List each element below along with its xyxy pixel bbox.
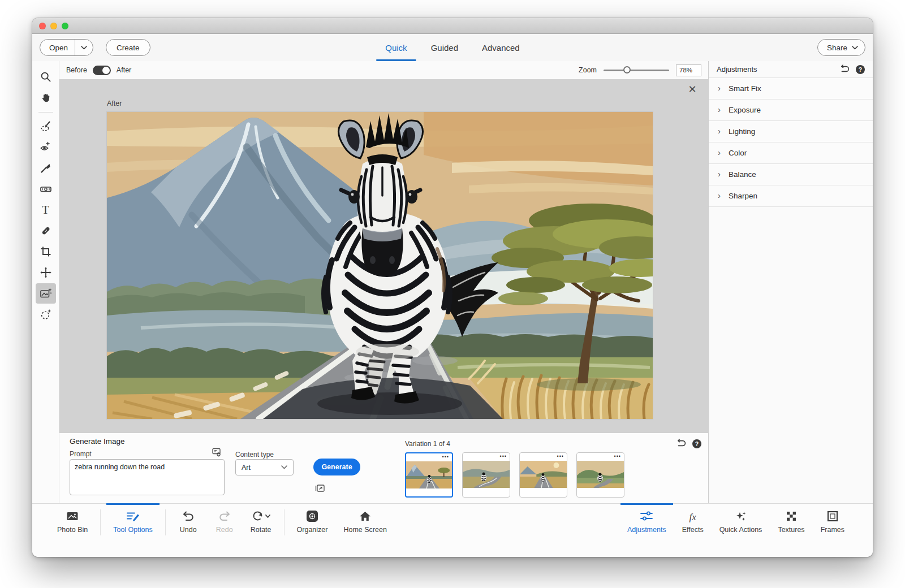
- minimize-window-button[interactable]: [50, 23, 57, 29]
- chevron-right-icon: ›: [718, 170, 721, 178]
- content-type-value: Art: [242, 464, 251, 472]
- chevron-right-icon: ›: [718, 148, 721, 157]
- taskbar-redo[interactable]: Redo: [206, 509, 243, 534]
- create-button-label: Create: [117, 44, 140, 52]
- photo-bin-icon: [66, 509, 79, 522]
- generated-image: [107, 112, 653, 419]
- taskbar-undo[interactable]: Undo: [170, 509, 206, 534]
- before-label: Before: [66, 66, 87, 74]
- taskbar-adjustments[interactable]: Adjustments: [619, 509, 674, 534]
- quick-selection-tool[interactable]: [36, 116, 56, 136]
- generate-image-tool[interactable]: [36, 283, 56, 304]
- undo-icon: [182, 509, 195, 522]
- zoom-tool[interactable]: [36, 67, 56, 87]
- canvas-area: After ✕: [59, 79, 708, 433]
- zoom-window-button[interactable]: [62, 23, 68, 29]
- adjustments-panel-title: Adjustments: [717, 65, 757, 74]
- taskbar-textures[interactable]: Textures: [770, 509, 812, 534]
- view-bar: Before After Zoom 78%: [59, 61, 708, 79]
- spot-healing-tool[interactable]: [36, 220, 56, 241]
- straighten-tool[interactable]: [36, 179, 56, 199]
- type-tool[interactable]: T: [36, 200, 56, 220]
- zoom-slider[interactable]: [604, 66, 669, 75]
- generate-button[interactable]: Generate: [313, 459, 360, 475]
- chevron-down-icon: [81, 46, 87, 50]
- variation-label: Variation 1 of 4: [405, 440, 450, 448]
- content-type-select[interactable]: Art: [235, 459, 294, 475]
- chevron-right-icon: ›: [718, 84, 721, 92]
- more-options-icon[interactable]: •••: [442, 454, 449, 460]
- taskbar-quick-actions[interactable]: Quick Actions: [712, 509, 770, 534]
- magic-selection-tool[interactable]: [36, 304, 56, 325]
- variation-thumb-2[interactable]: •••: [462, 452, 510, 498]
- submit-feedback-icon[interactable]: [315, 484, 325, 495]
- prompt-suggestions-icon[interactable]: [212, 448, 222, 460]
- adjustments-panel: Adjustments ? › Smart Fix › Exposure › L…: [708, 61, 873, 503]
- home-icon: [359, 509, 371, 522]
- taskbar-organizer[interactable]: Organizer: [289, 509, 336, 534]
- create-button[interactable]: Create: [106, 39, 150, 56]
- variation-thumb-1[interactable]: •••: [405, 452, 453, 498]
- whiten-teeth-tool[interactable]: [36, 158, 56, 178]
- adjustments-icon: [640, 509, 653, 522]
- title-bar: [32, 18, 873, 34]
- chevron-right-icon: ›: [718, 127, 721, 135]
- frames-icon: [827, 509, 838, 522]
- share-button[interactable]: Share: [817, 39, 865, 56]
- adjustment-balance[interactable]: › Balance: [709, 164, 873, 185]
- tab-guided[interactable]: Guided: [430, 34, 459, 61]
- chevron-down-icon: [281, 465, 287, 469]
- prompt-input[interactable]: zebra running down the road: [70, 459, 225, 495]
- after-label: After: [117, 66, 131, 74]
- tool-options-icon: [126, 509, 140, 522]
- adjustment-lighting[interactable]: › Lighting: [709, 121, 873, 142]
- open-dropdown-arrow[interactable]: [75, 40, 93, 55]
- tab-quick[interactable]: Quick: [384, 34, 408, 61]
- tool-palette: T: [32, 61, 59, 503]
- mode-tabs: Quick Guided Advanced: [384, 34, 520, 61]
- taskbar: Photo Bin Tool Options Undo Redo Rotate: [32, 503, 873, 557]
- variation-thumb-3[interactable]: •••: [519, 452, 567, 498]
- taskbar-effects[interactable]: fx Effects: [674, 509, 712, 534]
- red-eye-removal-tool[interactable]: [36, 137, 56, 157]
- taskbar-frames[interactable]: Frames: [813, 509, 852, 534]
- sparkles-icon: [735, 509, 747, 522]
- zoom-slider-handle[interactable]: [623, 66, 631, 74]
- help-icon[interactable]: ?: [692, 439, 701, 448]
- hand-tool[interactable]: [36, 88, 56, 108]
- adjustment-smart-fix[interactable]: › Smart Fix: [709, 78, 873, 100]
- chevron-right-icon: ›: [718, 105, 721, 114]
- zoom-percent-field[interactable]: 78%: [676, 64, 701, 76]
- adjustment-color[interactable]: › Color: [709, 142, 873, 164]
- close-icon[interactable]: ✕: [686, 83, 699, 96]
- generate-image-panel: Generate Image Prompt zebra running down…: [59, 433, 708, 503]
- more-options-icon[interactable]: •••: [500, 453, 507, 459]
- chevron-down-icon: [852, 46, 858, 50]
- app-header: Open Create Quick Guided Advanced Share: [32, 34, 873, 61]
- variation-thumb-4[interactable]: •••: [576, 452, 624, 498]
- redo-icon: [218, 509, 231, 522]
- generate-panel-title: Generate Image: [70, 437, 125, 446]
- help-icon[interactable]: ?: [856, 65, 865, 74]
- prompt-label: Prompt: [70, 450, 92, 458]
- taskbar-divider: [165, 509, 166, 535]
- reset-icon[interactable]: [677, 438, 687, 449]
- close-window-button[interactable]: [39, 23, 46, 29]
- tab-advanced[interactable]: Advanced: [481, 34, 521, 61]
- content-type-label: Content type: [235, 451, 274, 459]
- adjustment-sharpen[interactable]: › Sharpen: [709, 185, 873, 207]
- more-options-icon[interactable]: •••: [614, 453, 621, 459]
- more-options-icon[interactable]: •••: [557, 453, 564, 459]
- taskbar-photo-bin[interactable]: Photo Bin: [49, 509, 96, 534]
- rotate-icon: [251, 509, 270, 522]
- before-after-toggle[interactable]: [93, 66, 111, 75]
- reset-icon[interactable]: [841, 63, 850, 75]
- taskbar-home-screen[interactable]: Home Screen: [335, 509, 394, 534]
- taskbar-tool-options[interactable]: Tool Options: [105, 509, 160, 534]
- crop-tool[interactable]: [36, 241, 56, 262]
- adjustment-exposure[interactable]: › Exposure: [709, 100, 873, 121]
- open-button-label: Open: [40, 44, 75, 52]
- move-tool[interactable]: [36, 262, 56, 283]
- taskbar-rotate[interactable]: Rotate: [243, 509, 279, 534]
- open-button[interactable]: Open: [40, 39, 93, 56]
